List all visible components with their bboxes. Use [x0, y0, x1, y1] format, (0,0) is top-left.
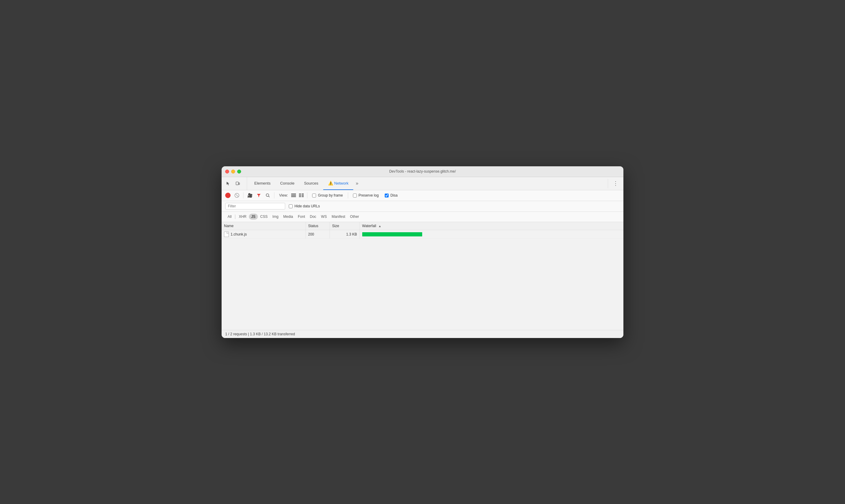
toolbar: 🎥 View: — [222, 190, 623, 201]
table-body: 1.chunk.js 200 1.3 KB — [222, 230, 623, 322]
disable-cache-checkbox[interactable] — [385, 194, 389, 197]
col-header-name[interactable]: Name — [222, 222, 305, 230]
devtools-menu-button[interactable]: ⋮ — [611, 177, 621, 190]
filter-doc[interactable]: Doc — [307, 214, 318, 220]
preserve-log-label[interactable]: Preserve log — [353, 193, 379, 197]
svg-rect-11 — [302, 194, 304, 195]
svg-point-2 — [237, 184, 237, 185]
svg-rect-1 — [239, 183, 240, 184]
filter-all[interactable]: All — [225, 214, 234, 220]
type-filter-bar: All | XHR JS CSS Img Media Font Doc WS M… — [222, 212, 623, 222]
svg-line-6 — [269, 196, 270, 197]
waterfall-bar — [362, 232, 422, 236]
devtools-window: DevTools - react-lazy-suspense.glitch.me… — [222, 166, 623, 338]
svg-rect-15 — [302, 196, 304, 197]
stop-button[interactable] — [233, 192, 241, 199]
tab-sources[interactable]: Sources — [299, 177, 323, 190]
filter-img[interactable]: Img — [270, 214, 281, 220]
svg-point-5 — [266, 194, 269, 197]
filter-font[interactable]: Font — [295, 214, 307, 220]
svg-rect-10 — [299, 194, 301, 195]
svg-rect-8 — [291, 195, 296, 196]
filter-other[interactable]: Other — [348, 214, 361, 220]
svg-rect-13 — [302, 195, 304, 196]
network-table-area: Name Status Size Waterfall ▲ — [222, 222, 623, 330]
col-header-status[interactable]: Status — [305, 222, 330, 230]
svg-rect-14 — [299, 196, 301, 197]
tab-toolbar-icons — [224, 177, 247, 190]
tab-separator — [608, 179, 608, 188]
warning-icon: ⚠️ — [328, 181, 333, 185]
hide-data-urls-checkbox[interactable] — [289, 204, 293, 208]
view-group-button[interactable] — [298, 192, 305, 199]
toolbar-separator-1 — [243, 192, 244, 198]
col-header-waterfall[interactable]: Waterfall ▲ — [359, 222, 623, 230]
filter-media[interactable]: Media — [281, 214, 296, 220]
traffic-lights — [225, 169, 241, 174]
cell-name: 1.chunk.js — [222, 230, 305, 238]
toolbar-separator-4 — [348, 192, 348, 198]
tab-more-button[interactable]: » — [353, 177, 361, 190]
svg-rect-7 — [291, 194, 296, 195]
empty-area — [222, 238, 623, 322]
table-header: Name Status Size Waterfall ▲ — [222, 222, 623, 230]
filter-js[interactable]: JS — [249, 214, 258, 220]
svg-rect-12 — [299, 195, 301, 196]
camera-icon: 🎥 — [247, 193, 252, 198]
close-button[interactable] — [225, 169, 229, 174]
device-icon[interactable] — [233, 179, 242, 187]
camera-button[interactable]: 🎥 — [246, 192, 254, 199]
view-list-button[interactable] — [290, 192, 297, 199]
minimize-button[interactable] — [231, 169, 235, 174]
group-by-frame-label[interactable]: Group by frame — [312, 193, 343, 197]
table-row[interactable]: 1.chunk.js 200 1.3 KB — [222, 230, 623, 238]
tab-elements[interactable]: Elements — [249, 177, 275, 190]
cell-status: 200 — [305, 230, 330, 238]
filter-css[interactable]: CSS — [258, 214, 270, 220]
hide-data-urls-label[interactable]: Hide data URLs — [289, 204, 320, 208]
group-by-frame-checkbox[interactable] — [312, 194, 316, 197]
status-text: 1 / 2 requests | 1.3 KB / 13.2 KB transf… — [225, 332, 295, 336]
record-button[interactable] — [224, 192, 232, 199]
network-table: Name Status Size Waterfall ▲ — [222, 222, 623, 323]
filter-bar: Hide data URLs — [222, 201, 623, 212]
cursor-icon[interactable] — [224, 179, 232, 187]
toolbar-separator-3 — [307, 192, 307, 198]
tabs: Elements Console Sources ⚠️ Network » — [249, 177, 605, 190]
tab-network[interactable]: ⚠️ Network — [323, 177, 354, 190]
maximize-button[interactable] — [237, 169, 241, 174]
window-title: DevTools - react-lazy-suspense.glitch.me… — [389, 169, 456, 174]
file-cell: 1.chunk.js — [224, 232, 303, 237]
filter-button[interactable] — [255, 192, 263, 199]
col-header-size[interactable]: Size — [330, 222, 359, 230]
search-button[interactable] — [264, 192, 272, 199]
record-icon — [225, 193, 231, 198]
cell-size: 1.3 KB — [330, 230, 359, 238]
status-bar: 1 / 2 requests | 1.3 KB / 13.2 KB transf… — [222, 330, 623, 338]
preserve-log-checkbox[interactable] — [353, 194, 357, 197]
file-icon — [224, 232, 229, 237]
filter-xhr[interactable]: XHR — [236, 214, 249, 220]
view-label: View: — [279, 193, 288, 197]
filter-input[interactable] — [225, 203, 285, 210]
tab-console[interactable]: Console — [275, 177, 299, 190]
filter-ws[interactable]: WS — [319, 214, 329, 220]
svg-line-4 — [236, 194, 238, 197]
disable-cache-label[interactable]: Disa — [385, 193, 398, 197]
svg-rect-9 — [291, 196, 296, 197]
sort-arrow: ▲ — [379, 224, 382, 228]
filter-manifest[interactable]: Manifest — [329, 214, 348, 220]
toolbar-separator-2 — [274, 192, 275, 198]
title-bar: DevTools - react-lazy-suspense.glitch.me… — [222, 166, 623, 177]
cell-waterfall — [359, 230, 623, 238]
tab-bar: Elements Console Sources ⚠️ Network » ⋮ — [222, 177, 623, 190]
